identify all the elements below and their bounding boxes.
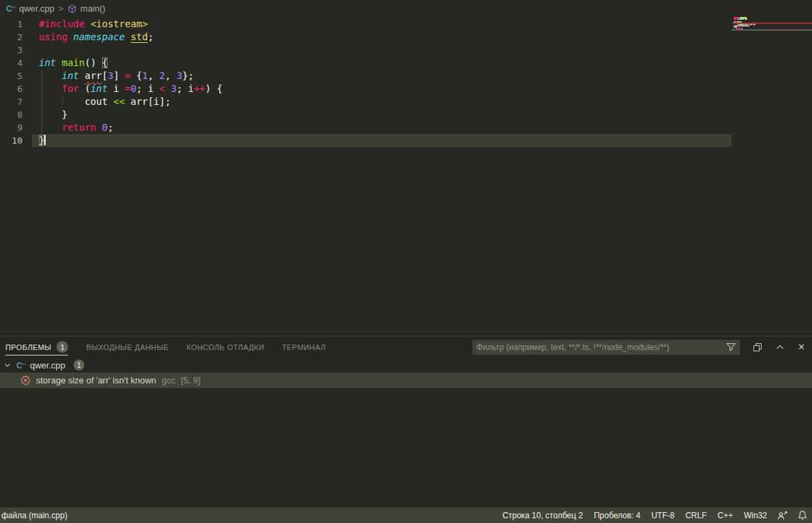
- code-lines: 1#include <iostream>2using namespace std…: [0, 17, 812, 147]
- code-line[interactable]: 10}: [0, 134, 812, 147]
- vscode-window: C++ qwer.cpp > main() 1#include <iostrea…: [0, 0, 812, 523]
- tab-output-label: ВЫХОДНЫЕ ДАННЫЕ: [86, 343, 169, 351]
- panel-tabs: ПРОБЛЕМЫ 1 ВЫХОДНЫЕ ДАННЫЕ КОНСОЛЬ ОТЛАД…: [5, 336, 326, 358]
- problem-message: storage size of 'arr' isn't known: [36, 375, 157, 385]
- breadcrumb-symbol-label: main(): [80, 3, 105, 14]
- line-number: 10: [0, 134, 22, 147]
- tab-problems-label: ПРОБЛЕМЫ: [5, 343, 51, 351]
- code-line[interactable]: 7 cout << arr[i];: [0, 95, 812, 108]
- status-platform[interactable]: Win32: [738, 511, 773, 520]
- problem-source: gcc: [162, 375, 176, 385]
- breadcrumb: C++ qwer.cpp > main(): [0, 0, 812, 17]
- chevron-down-icon: [3, 361, 12, 369]
- svg-text:++: ++: [22, 362, 26, 366]
- chevron-up-icon[interactable]: [775, 343, 785, 352]
- problems-filter-box: [472, 340, 740, 355]
- close-icon[interactable]: ✕: [798, 342, 805, 352]
- code-line[interactable]: 1#include <iostream>: [0, 18, 812, 31]
- filter-funnel-icon[interactable]: [726, 343, 736, 351]
- minimap[interactable]: [732, 17, 812, 58]
- status-cursor-position[interactable]: Строка 10, столбец 2: [497, 511, 588, 520]
- tab-problems[interactable]: ПРОБЛЕМЫ 1: [5, 336, 68, 358]
- bottom-panel: ПРОБЛЕМЫ 1 ВЫХОДНЫЕ ДАННЫЕ КОНСОЛЬ ОТЛАД…: [0, 336, 812, 507]
- text-cursor: [44, 135, 46, 145]
- code-line[interactable]: 2using namespace std;: [0, 31, 812, 44]
- editor[interactable]: 1#include <iostream>2using namespace std…: [0, 17, 812, 336]
- tab-terminal[interactable]: ТЕРМИНАЛ: [282, 336, 325, 358]
- filter-input[interactable]: [476, 343, 726, 352]
- file-problems-badge: 1: [74, 360, 84, 370]
- cpp-file-icon: C++: [16, 360, 26, 370]
- panel-header: ПРОБЛЕМЫ 1 ВЫХОДНЫЕ ДАННЫЕ КОНСОЛЬ ОТЛАД…: [0, 336, 812, 358]
- status-language[interactable]: C++: [712, 511, 738, 520]
- status-right: Строка 10, столбец 2 Пробелов: 4 UTF-8 C…: [497, 510, 812, 520]
- breadcrumb-symbol[interactable]: main(): [67, 3, 105, 14]
- problems-count-badge: 1: [56, 341, 68, 353]
- status-bar: файла (main.cpp) Строка 10, столбец 2 Пр…: [0, 507, 812, 523]
- svg-text:++: ++: [12, 5, 16, 9]
- code-line[interactable]: 6 for (int i =0; i < 3; i++) {: [0, 82, 812, 95]
- tab-debug-console[interactable]: КОНСОЛЬ ОТЛАДКИ: [186, 336, 264, 358]
- minimap-currentline-marker: [732, 29, 812, 31]
- problem-position: [5, 9]: [181, 375, 201, 385]
- tab-terminal-label: ТЕРМИНАЛ: [282, 343, 325, 351]
- symbol-method-icon: [67, 4, 77, 14]
- status-eol[interactable]: CRLF: [680, 511, 712, 520]
- problems-file-name: qwer.cpp: [30, 360, 65, 370]
- bell-icon[interactable]: [793, 510, 812, 520]
- line-number: 1: [0, 18, 22, 31]
- status-indentation[interactable]: Пробелов: 4: [588, 511, 646, 520]
- panel-actions: ✕: [472, 340, 805, 355]
- minimap-error-marker: [732, 22, 812, 24]
- problems-file-row[interactable]: C++ qwer.cpp 1: [0, 358, 812, 373]
- tab-output[interactable]: ВЫХОДНЫЕ ДАННЫЕ: [86, 336, 169, 358]
- feedback-icon[interactable]: [773, 511, 793, 520]
- line-number: 5: [0, 69, 22, 82]
- code-line[interactable]: 3: [0, 44, 812, 57]
- problem-row[interactable]: storage size of 'arr' isn't known gcc [5…: [0, 373, 812, 388]
- copy-icon[interactable]: [753, 343, 762, 352]
- code-line[interactable]: 5 int arr[3] = {1, 2, 3};: [0, 69, 812, 82]
- line-number: 9: [0, 121, 22, 134]
- cpp-file-icon: C++: [5, 3, 16, 14]
- line-number: 6: [0, 82, 22, 95]
- line-number: 8: [0, 108, 22, 121]
- line-number: 3: [0, 44, 22, 57]
- breadcrumb-file[interactable]: C++ qwer.cpp: [5, 3, 54, 14]
- error-icon: [20, 375, 31, 385]
- status-encoding[interactable]: UTF-8: [646, 511, 680, 520]
- breadcrumb-file-label: qwer.cpp: [19, 3, 54, 14]
- tab-debug-console-label: КОНСОЛЬ ОТЛАДКИ: [186, 343, 264, 351]
- chevron-right-icon: >: [58, 4, 64, 14]
- code-line[interactable]: 8 }: [0, 108, 812, 121]
- status-message[interactable]: файла (main.cpp): [0, 511, 67, 520]
- code-line[interactable]: 9 return 0;: [0, 121, 812, 134]
- line-number: 4: [0, 57, 22, 69]
- line-number: 7: [0, 95, 22, 108]
- line-number: 2: [0, 31, 22, 44]
- code-line[interactable]: 4int main() {: [0, 57, 812, 69]
